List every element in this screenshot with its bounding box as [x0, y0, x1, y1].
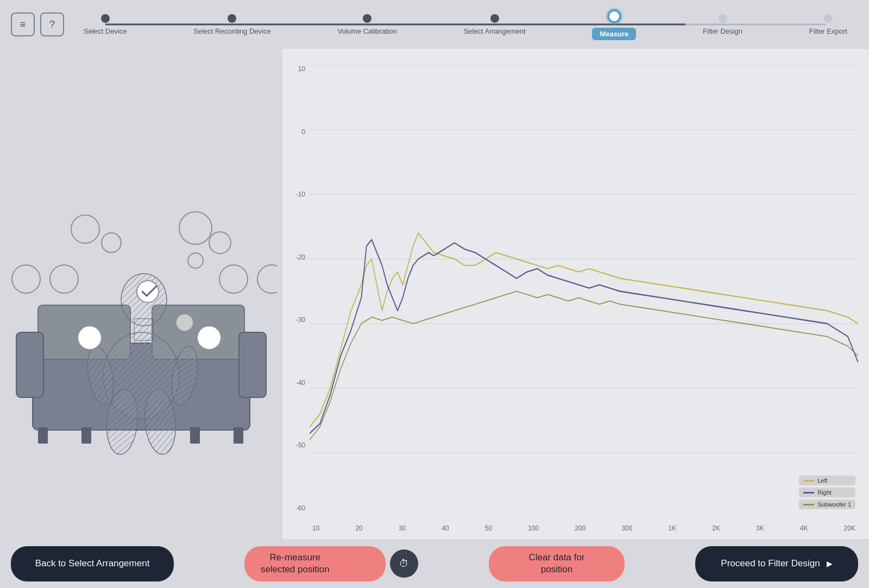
chart-plot	[310, 65, 858, 517]
y-label-minus10: -10	[296, 191, 305, 198]
clear-button[interactable]: Clear data forposition	[489, 546, 625, 581]
menu-icon: ≡	[20, 19, 26, 30]
step-filter-export[interactable]: Filter Export	[809, 14, 847, 35]
position-dot	[219, 265, 248, 293]
y-label-minus40: -40	[296, 379, 305, 387]
step-dot-measure	[607, 9, 621, 23]
step-select-device[interactable]: Select Device	[84, 14, 127, 35]
stepper: Select Device Select Recording Device Vo…	[73, 9, 858, 40]
remeasure-button[interactable]: Re-measureselected position	[244, 546, 386, 581]
x-label-2k: 2K	[712, 524, 720, 532]
proceed-button[interactable]: Proceed to Filter Design	[695, 546, 858, 581]
step-dot-filter-design	[719, 14, 727, 23]
menu-button[interactable]: ≡	[11, 12, 35, 36]
step-label-select-arrangement: Select Arrangement	[463, 27, 525, 35]
x-label-200: 200	[575, 524, 585, 532]
position-dot-ear	[176, 314, 193, 331]
chart-x-labels: 10 20 30 40 50 100 200 300 1K 2K 3K 4K 2…	[310, 517, 858, 539]
x-label-20k: 20K	[844, 524, 855, 532]
timer-icon: ⏱	[399, 558, 409, 570]
step-dot-filter-export	[824, 14, 833, 23]
position-dot	[50, 265, 78, 293]
position-dot	[12, 265, 40, 293]
svg-rect-8	[234, 427, 243, 444]
legend-color-left	[803, 480, 814, 482]
main-content: 10 0 -10 -20 -30 -40 -50 -60	[0, 49, 869, 539]
svg-rect-4	[239, 332, 266, 397]
legend-subwoofer: Subwoofer 1	[799, 500, 855, 509]
position-dot	[71, 215, 99, 243]
help-button[interactable]: ?	[40, 12, 64, 36]
step-label-measure: Measure	[592, 28, 636, 40]
step-volume-calibration[interactable]: Volume Calibration	[338, 14, 397, 35]
topbar-icons: ≡ ?	[11, 12, 64, 36]
step-label-volume-calibration: Volume Calibration	[338, 27, 397, 35]
x-label-300: 300	[621, 524, 632, 532]
y-label-10: 10	[298, 65, 305, 73]
legend-right: Right	[799, 488, 855, 497]
step-dot-select-device	[101, 14, 110, 23]
bottom-bar: Back to Select Arrangement Re-measuresel…	[0, 539, 869, 588]
y-label-minus20: -20	[296, 254, 305, 261]
step-measure[interactable]: Measure	[592, 9, 636, 40]
step-label-select-recording: Select Recording Device	[193, 27, 270, 35]
svg-rect-6	[81, 427, 91, 444]
frequency-chart	[310, 65, 858, 517]
y-label-minus60: -60	[296, 504, 305, 512]
step-label-select-device: Select Device	[84, 27, 127, 35]
x-label-100: 100	[528, 524, 539, 532]
step-label-filter-design: Filter Design	[703, 27, 742, 35]
x-label-50: 50	[485, 524, 492, 532]
chart-y-labels: 10 0 -10 -20 -30 -40 -50 -60	[282, 60, 310, 517]
position-dot-shoulder-right	[197, 326, 221, 350]
step-select-arrangement[interactable]: Select Arrangement	[463, 14, 525, 35]
x-label-10: 10	[312, 524, 319, 532]
legend-color-subwoofer	[803, 504, 814, 505]
legend-label-left: Left	[817, 477, 827, 484]
x-label-1k: 1K	[669, 524, 677, 532]
x-label-40: 40	[442, 524, 449, 532]
timer-button[interactable]: ⏱	[390, 549, 418, 578]
active-position	[137, 281, 159, 302]
topbar: ≡ ? Select Device Select Recording Devic…	[0, 0, 869, 49]
y-label-minus30: -30	[296, 316, 305, 324]
x-label-4k: 4K	[800, 524, 808, 532]
sofa-svg	[5, 126, 277, 463]
svg-rect-3	[16, 332, 43, 397]
svg-rect-5	[38, 427, 48, 444]
y-label-0: 0	[301, 128, 305, 136]
position-dot	[102, 233, 121, 252]
legend-left: Left	[799, 476, 855, 485]
chart-area: 10 0 -10 -20 -30 -40 -50 -60	[282, 60, 869, 539]
svg-rect-7	[190, 427, 200, 444]
legend-label-right: Right	[817, 489, 832, 496]
left-panel	[0, 49, 282, 539]
step-filter-design[interactable]: Filter Design	[703, 14, 742, 35]
right-panel: 10 0 -10 -20 -30 -40 -50 -60	[282, 49, 869, 539]
x-label-30: 30	[399, 524, 406, 532]
step-dot-select-recording	[228, 14, 236, 23]
sofa-illustration	[5, 126, 277, 463]
position-dot	[257, 265, 277, 293]
step-dot-volume-calibration	[363, 14, 371, 23]
position-dot-shoulder-left	[78, 326, 102, 350]
chart-legend: Left Right Subwoofer 1	[799, 476, 855, 509]
step-label-filter-export: Filter Export	[809, 27, 847, 35]
position-dot	[188, 253, 203, 268]
remeasure-wrap: Re-measureselected position ⏱	[244, 546, 418, 581]
step-dot-select-arrangement	[490, 14, 499, 23]
legend-label-subwoofer: Subwoofer 1	[817, 501, 851, 508]
legend-color-right	[803, 492, 814, 494]
x-label-20: 20	[355, 524, 362, 532]
help-icon: ?	[49, 19, 55, 30]
back-button[interactable]: Back to Select Arrangement	[11, 546, 174, 581]
step-select-recording[interactable]: Select Recording Device	[193, 14, 270, 35]
svg-rect-12	[134, 319, 153, 340]
y-label-minus50: -50	[296, 441, 305, 449]
position-dot	[179, 212, 212, 244]
position-dot	[209, 232, 231, 254]
x-label-3k: 3K	[756, 524, 764, 532]
